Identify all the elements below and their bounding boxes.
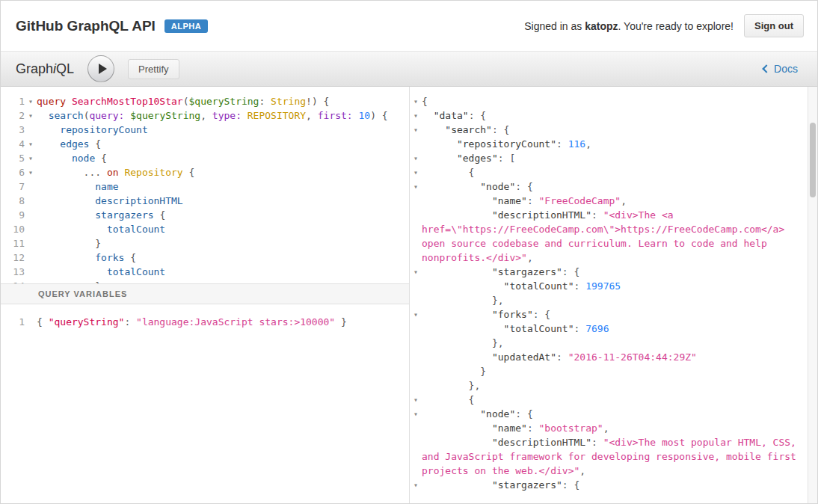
fold-gutter (25, 222, 37, 236)
chevron-left-icon (762, 64, 770, 73)
code-line: } (410, 364, 808, 378)
query-variables-title: QUERY VARIABLES (38, 289, 127, 298)
header-right: Signed in as katopz. You're ready to exp… (524, 14, 804, 37)
code-line: 13 totalCount (1, 265, 409, 279)
username: katopz (585, 20, 618, 32)
code-text: }, (422, 378, 480, 393)
fold-arrow-icon[interactable]: ▾ (410, 393, 422, 407)
code-line: ▾ "data": { (410, 108, 808, 123)
code-text: "data": { (422, 108, 486, 123)
code-text: "node": { (422, 179, 533, 194)
fold-gutter (410, 322, 422, 336)
fold-gutter (410, 236, 422, 251)
code-line: and JavaScript framework for developing … (410, 449, 808, 464)
code-text: "forks": { (422, 307, 550, 322)
sign-out-button[interactable]: Sign out (744, 14, 804, 37)
code-line: 8 descriptionHTML (1, 194, 409, 208)
query-editor[interactable]: 1▾query SearchMostTop10Star($queryString… (1, 87, 409, 283)
code-text: node { (37, 151, 107, 165)
code-line: "descriptionHTML": "<div>The <a (410, 208, 808, 222)
code-text: ... on Repository { (37, 165, 194, 179)
line-number: 12 (1, 251, 25, 265)
line-number: 8 (1, 194, 25, 208)
query-pane: 1▾query SearchMostTop10Star($queryString… (1, 87, 410, 503)
execute-button[interactable] (87, 55, 114, 82)
query-variables-header[interactable]: QUERY VARIABLES (1, 283, 409, 304)
code-line: ▾ { (410, 393, 808, 407)
code-line: nonprofits.</div>", (410, 251, 808, 265)
code-text: { "queryString": "language:JavaScript st… (37, 315, 347, 329)
variables-editor[interactable]: 1{ "queryString": "language:JavaScript s… (1, 304, 409, 504)
docs-link[interactable]: Docs (763, 63, 805, 75)
line-number: 11 (1, 236, 25, 251)
line-number: 4 (1, 137, 25, 151)
code-text: query SearchMostTop10Star($queryString: … (37, 94, 329, 108)
fold-arrow-icon[interactable]: ▾ (25, 151, 37, 165)
fold-gutter (410, 464, 422, 478)
code-line: ▾ "node": { (410, 407, 808, 421)
code-text: repositoryCount (37, 123, 148, 137)
fold-arrow-icon[interactable]: ▾ (410, 94, 422, 108)
fold-arrow-icon[interactable]: ▾ (410, 179, 422, 194)
code-text: }, (422, 293, 504, 307)
workspace: 1▾query SearchMostTop10Star($queryString… (1, 87, 817, 503)
code-text: descriptionHTML (37, 194, 183, 208)
result-scrollbar[interactable] (808, 87, 817, 503)
signed-in-text: Signed in as katopz. You're ready to exp… (524, 20, 734, 32)
page-title: GitHub GraphQL API (16, 18, 156, 34)
play-icon (99, 64, 107, 74)
line-number: 10 (1, 222, 25, 236)
fold-gutter (410, 364, 422, 378)
code-text: } (422, 364, 486, 378)
scrollbar-thumb[interactable] (810, 123, 816, 197)
fold-gutter (410, 336, 422, 350)
line-number: 1 (1, 94, 25, 108)
fold-arrow-icon[interactable]: ▾ (410, 108, 422, 123)
fold-gutter (25, 194, 37, 208)
code-line: ▾ "stargazers": { (410, 478, 808, 492)
code-line: ▾ "search": { (410, 123, 808, 137)
line-number: 7 (1, 179, 25, 194)
signed-in-suffix: . You're ready to explore! (618, 20, 734, 32)
fold-arrow-icon[interactable]: ▾ (25, 94, 37, 108)
code-line: ▾ "stargazers": { (410, 265, 808, 279)
fold-gutter (410, 251, 422, 265)
fold-arrow-icon[interactable]: ▾ (410, 407, 422, 421)
code-text: totalCount (37, 222, 165, 236)
fold-gutter (25, 179, 37, 194)
fold-arrow-icon[interactable]: ▾ (410, 123, 422, 137)
fold-gutter (410, 449, 422, 464)
code-text: search(query: $queryString, type: REPOSI… (37, 108, 388, 123)
fold-arrow-icon[interactable]: ▾ (410, 265, 422, 279)
line-number: 5 (1, 151, 25, 165)
code-line: 1{ "queryString": "language:JavaScript s… (1, 315, 409, 329)
code-line: 2▾ search(query: $queryString, type: REP… (1, 108, 409, 123)
fold-arrow-icon[interactable]: ▾ (410, 165, 422, 179)
code-line: "descriptionHTML": "<div>The most popula… (410, 435, 808, 449)
result-viewer[interactable]: ▾{▾ "data": {▾ "search": { "repositoryCo… (410, 87, 808, 503)
code-line: "name": "FreeCodeCamp", (410, 194, 808, 208)
result-pane: ▾{▾ "data": {▾ "search": { "repositoryCo… (410, 87, 817, 503)
code-text: totalCount (37, 265, 165, 279)
fold-arrow-icon[interactable]: ▾ (410, 478, 422, 492)
code-line: 10 totalCount (1, 222, 409, 236)
code-line: }, (410, 293, 808, 307)
code-text: and JavaScript framework for developing … (422, 449, 796, 464)
fold-arrow-icon[interactable]: ▾ (25, 137, 37, 151)
code-line: ▾ { (410, 165, 808, 179)
code-line: href=\"https://FreeCodeCamp.com\">https:… (410, 222, 808, 236)
code-text: edges { (37, 137, 101, 151)
fold-arrow-icon[interactable]: ▾ (410, 307, 422, 322)
prettify-button[interactable]: Prettify (128, 59, 179, 79)
fold-arrow-icon[interactable]: ▾ (25, 165, 37, 179)
fold-arrow-icon[interactable]: ▾ (410, 151, 422, 165)
code-line: ▾ "node": { (410, 179, 808, 194)
code-text: { (422, 165, 474, 179)
fold-arrow-icon[interactable]: ▾ (25, 108, 37, 123)
graphiql-toolbar: GraphiQL Prettify Docs (1, 52, 817, 87)
code-text: }, (422, 336, 504, 350)
code-line: 6▾ ... on Repository { (1, 165, 409, 179)
fold-gutter (25, 236, 37, 251)
fold-gutter (410, 208, 422, 222)
line-number: 6 (1, 165, 25, 179)
